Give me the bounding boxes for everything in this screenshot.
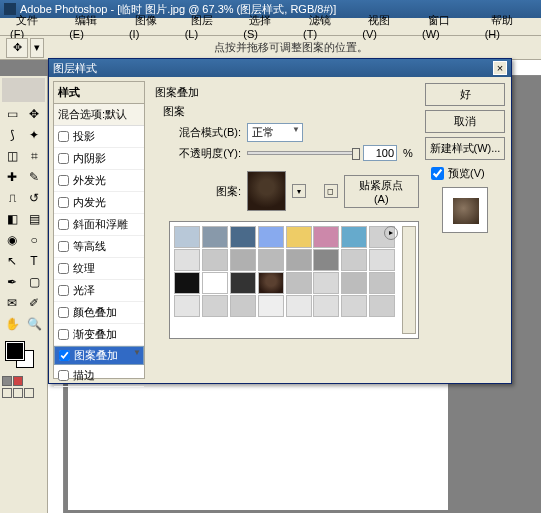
dodge-tool-icon[interactable]: ○: [24, 230, 44, 250]
pattern-swatch[interactable]: [202, 295, 228, 317]
menu-window[interactable]: 窗口(W): [416, 12, 477, 41]
style-checkbox[interactable]: [58, 307, 69, 318]
brush-tool-icon[interactable]: ✎: [24, 167, 44, 187]
pattern-swatch[interactable]: [313, 272, 339, 294]
style-checkbox[interactable]: [58, 241, 69, 252]
pattern-swatch[interactable]: [174, 295, 200, 317]
pattern-preview[interactable]: [247, 171, 286, 211]
pattern-swatch[interactable]: [258, 249, 284, 271]
eraser-tool-icon[interactable]: ◧: [2, 209, 22, 229]
dialog-titlebar[interactable]: 图层样式 ×: [49, 59, 511, 77]
quickmask-on-icon[interactable]: [13, 376, 23, 386]
wand-tool-icon[interactable]: ✦: [24, 125, 44, 145]
screenmode-1-icon[interactable]: [2, 388, 12, 398]
blend-defaults[interactable]: 混合选项:默认: [54, 104, 144, 126]
menu-layer[interactable]: 图层(L): [179, 12, 236, 41]
pattern-scrollbar[interactable]: [402, 226, 416, 334]
snap-origin-button[interactable]: 贴紧原点(A): [344, 175, 419, 208]
pattern-swatch[interactable]: [286, 272, 312, 294]
style-item-11[interactable]: 描边: [54, 365, 144, 387]
notes-tool-icon[interactable]: ✉: [2, 293, 22, 313]
crop-tool-icon[interactable]: ◫: [2, 146, 22, 166]
style-item-0[interactable]: 投影: [54, 126, 144, 148]
pattern-swatch[interactable]: [341, 272, 367, 294]
pattern-swatch[interactable]: [313, 249, 339, 271]
style-item-2[interactable]: 外发光: [54, 170, 144, 192]
menu-view[interactable]: 视图(V): [356, 12, 414, 41]
pattern-swatch[interactable]: [174, 272, 200, 294]
menu-image[interactable]: 图像(I): [123, 12, 177, 41]
pattern-swatch[interactable]: [230, 226, 256, 248]
pattern-swatch[interactable]: [369, 272, 395, 294]
style-checkbox[interactable]: [58, 263, 69, 274]
menu-edit[interactable]: 编辑(E): [63, 12, 121, 41]
style-checkbox[interactable]: [59, 350, 70, 361]
style-item-4[interactable]: 斜面和浮雕: [54, 214, 144, 236]
style-item-8[interactable]: 颜色叠加: [54, 302, 144, 324]
slice-tool-icon[interactable]: ⌗: [24, 146, 44, 166]
style-checkbox[interactable]: [58, 197, 69, 208]
pattern-swatch[interactable]: [286, 295, 312, 317]
lasso-tool-icon[interactable]: ⟆: [2, 125, 22, 145]
eyedrop-tool-icon[interactable]: ✐: [24, 293, 44, 313]
pattern-swatch[interactable]: [258, 226, 284, 248]
style-checkbox[interactable]: [58, 370, 69, 381]
type-tool-icon[interactable]: T: [24, 251, 44, 271]
style-item-7[interactable]: 光泽: [54, 280, 144, 302]
style-item-3[interactable]: 内发光: [54, 192, 144, 214]
style-item-5[interactable]: 等高线: [54, 236, 144, 258]
close-icon[interactable]: ×: [493, 61, 507, 75]
cancel-button[interactable]: 取消: [425, 110, 505, 133]
new-pattern-icon[interactable]: ◻: [324, 184, 338, 198]
style-checkbox[interactable]: [58, 219, 69, 230]
hand-tool-icon[interactable]: ✋: [2, 314, 22, 334]
screenmode-3-icon[interactable]: [24, 388, 34, 398]
fg-color-icon[interactable]: [6, 342, 24, 360]
pattern-swatch[interactable]: [202, 249, 228, 271]
pattern-swatch[interactable]: [202, 226, 228, 248]
style-checkbox[interactable]: [58, 175, 69, 186]
history-brush-icon[interactable]: ↺: [24, 188, 44, 208]
blend-mode-select[interactable]: 正常: [247, 123, 303, 142]
pattern-swatch[interactable]: [230, 295, 256, 317]
pattern-swatch[interactable]: [313, 226, 339, 248]
style-item-10[interactable]: 图案叠加: [54, 346, 144, 365]
pattern-swatch[interactable]: [341, 295, 367, 317]
move-tool-icon[interactable]: ✥: [6, 38, 28, 58]
marquee-tool-icon[interactable]: ▭: [2, 104, 22, 124]
pattern-swatch[interactable]: [174, 249, 200, 271]
style-item-9[interactable]: 渐变叠加: [54, 324, 144, 346]
new-style-button[interactable]: 新建样式(W)...: [425, 137, 505, 160]
style-checkbox[interactable]: [58, 285, 69, 296]
path-tool-icon[interactable]: ↖: [2, 251, 22, 271]
styles-header[interactable]: 样式: [54, 82, 144, 104]
preview-checkbox[interactable]: [431, 167, 444, 180]
pattern-swatch[interactable]: [341, 226, 367, 248]
style-item-6[interactable]: 纹理: [54, 258, 144, 280]
style-checkbox[interactable]: [58, 153, 69, 164]
pattern-swatch[interactable]: [369, 249, 395, 271]
stamp-tool-icon[interactable]: ⎍: [2, 188, 22, 208]
pattern-menu-icon[interactable]: ▸: [384, 226, 398, 240]
pattern-picker-icon[interactable]: ▾: [292, 184, 306, 198]
gradient-tool-icon[interactable]: ▤: [24, 209, 44, 229]
pattern-swatch[interactable]: [258, 272, 284, 294]
menu-help[interactable]: 帮助(H): [479, 12, 537, 41]
menu-filter[interactable]: 滤镜(T): [297, 12, 354, 41]
color-swatches[interactable]: [2, 340, 45, 372]
style-item-1[interactable]: 内阴影: [54, 148, 144, 170]
pattern-swatch[interactable]: [286, 249, 312, 271]
zoom-tool-icon[interactable]: 🔍: [24, 314, 44, 334]
screenmode-2-icon[interactable]: [13, 388, 23, 398]
pattern-swatch[interactable]: [258, 295, 284, 317]
heal-tool-icon[interactable]: ✚: [2, 167, 22, 187]
ok-button[interactable]: 好: [425, 83, 505, 106]
opacity-input[interactable]: 100: [363, 145, 397, 161]
move-tool-icon[interactable]: ✥: [24, 104, 44, 124]
pattern-swatch[interactable]: [313, 295, 339, 317]
pattern-swatch[interactable]: [341, 249, 367, 271]
menu-select[interactable]: 选择(S): [237, 12, 295, 41]
pen-tool-icon[interactable]: ✒: [2, 272, 22, 292]
shape-tool-icon[interactable]: ▢: [24, 272, 44, 292]
quickmask-off-icon[interactable]: [2, 376, 12, 386]
